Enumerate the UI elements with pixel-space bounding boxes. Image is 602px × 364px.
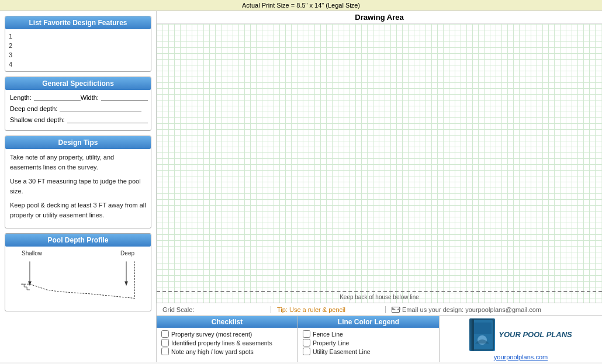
- checklist-header: Checklist: [157, 316, 297, 328]
- deep-end-label: Deep end depth:: [10, 105, 57, 112]
- brand-name: YOUR POOL PLANS: [499, 331, 572, 338]
- brand-column: YOUR POOL PLANS yourpoolplans.com: [440, 316, 602, 362]
- legend-item-3: Utility Easement Line: [303, 348, 434, 355]
- design-features-header: List Favorite Design Features: [5, 16, 151, 29]
- design-features-list: 1 2 3 4: [5, 29, 151, 71]
- shallow-end-label: Shallow end depth:: [10, 116, 65, 123]
- legend-header: Line Color Legend: [298, 316, 439, 328]
- keep-back-label: Keep back of house below line: [340, 294, 419, 300]
- profile-labels: Shallow Deep: [10, 250, 146, 256]
- length-label: Length:: [10, 94, 32, 101]
- checklist-column: Checklist Property survey (most recent) …: [157, 316, 298, 362]
- legend-item-2: Property Line: [303, 339, 434, 346]
- design-feature-item-1: 1: [9, 32, 147, 41]
- pool-depth-header: Pool Depth Profile: [5, 234, 151, 247]
- design-tips-header: Design Tips: [5, 136, 151, 149]
- pool-profile-svg: [10, 256, 146, 303]
- design-tips-content: Take note of any property, utility, and …: [5, 149, 151, 228]
- general-specs-section: General Specifictions Length: Width: Dee…: [5, 77, 151, 131]
- shallow-end-row: Shallow end depth:: [10, 116, 146, 123]
- checklist-item-3: Note any high / low yard spots: [161, 348, 293, 355]
- email-label: Email us your design: yourpoolplans@gmai…: [402, 306, 541, 313]
- design-tip-1: Take note of any property, utility, and …: [10, 152, 146, 172]
- brand-logo-area: YOUR POOL PLANS: [469, 318, 572, 351]
- drawing-grid-container[interactable]: Keep back of house below line: [157, 24, 602, 303]
- design-tip-3: Keep pool & decking at least 3 FT away f…: [10, 200, 146, 220]
- pool-profile-content: Shallow Deep: [5, 247, 151, 311]
- book-svg: [470, 319, 494, 351]
- svg-rect-6: [473, 323, 492, 334]
- bottom-section: Checklist Property survey (most recent) …: [157, 316, 602, 362]
- legend-checkbox-3[interactable]: [303, 348, 310, 355]
- drawing-grid[interactable]: Keep back of house below line: [157, 24, 602, 303]
- checklist-checkbox-1[interactable]: [161, 330, 169, 338]
- svg-rect-8: [472, 319, 474, 351]
- grid-scale: Grid Scale:: [157, 306, 271, 313]
- checklist-item-1: Property survey (most recent): [161, 330, 293, 338]
- legend-column: Line Color Legend Fence Line Property Li…: [298, 316, 440, 362]
- shallow-label: Shallow: [22, 250, 42, 256]
- top-bar: Actual Print Size = 8.5" x 14" (Legal Si…: [0, 0, 602, 11]
- deep-label: Deep: [120, 250, 134, 256]
- legend-checkbox-2[interactable]: [303, 339, 310, 346]
- legend-item-1: Fence Line: [303, 330, 434, 338]
- checklist-checkbox-3[interactable]: [161, 348, 169, 355]
- brand-book-icon: [469, 318, 495, 351]
- email-area: Email us your design: yourpoolplans@gmai…: [386, 306, 602, 313]
- design-feature-item-2: 2: [9, 41, 147, 50]
- design-feature-item-3: 3: [9, 50, 147, 60]
- deep-end-input[interactable]: [60, 105, 141, 112]
- svg-marker-1: [28, 281, 32, 286]
- email-icon: [392, 307, 400, 313]
- svg-marker-3: [124, 281, 128, 286]
- brand-url[interactable]: yourpoolplans.com: [494, 353, 548, 360]
- width-input[interactable]: [101, 93, 148, 101]
- print-size-label: Actual Print Size = 8.5" x 14" (Legal Si…: [242, 2, 360, 9]
- checklist-item-2: Identified property lines & easements: [161, 339, 293, 346]
- drawing-area-header: Drawing Area: [157, 11, 602, 24]
- width-label: Width:: [81, 94, 99, 101]
- design-feature-item-4: 4: [9, 60, 147, 69]
- general-specs-header: General Specifictions: [5, 77, 151, 90]
- deep-end-row: Deep end depth:: [10, 105, 146, 112]
- design-features-section: List Favorite Design Features 1 2 3 4: [5, 16, 151, 72]
- length-input[interactable]: [34, 93, 81, 101]
- length-width-row: Length: Width:: [10, 93, 146, 101]
- shallow-end-input[interactable]: [67, 116, 148, 123]
- design-tips-section: Design Tips Take note of any property, u…: [5, 136, 151, 228]
- tip-label: Tip: Use a ruler & pencil: [271, 306, 386, 313]
- bottom-bar: Grid Scale: Tip: Use a ruler & pencil Em…: [157, 303, 602, 316]
- legend-checkbox-1[interactable]: [303, 330, 310, 338]
- design-tip-2: Use a 30 FT measuring tape to judge the …: [10, 176, 146, 196]
- left-panel: List Favorite Design Features 1 2 3 4 Ge…: [0, 11, 157, 362]
- keep-back-line: [157, 291, 602, 292]
- checklist-checkbox-2[interactable]: [161, 339, 169, 346]
- pool-depth-section: Pool Depth Profile Shallow Deep: [5, 233, 151, 311]
- right-panel: Drawing Area Keep back of house below li…: [157, 11, 602, 362]
